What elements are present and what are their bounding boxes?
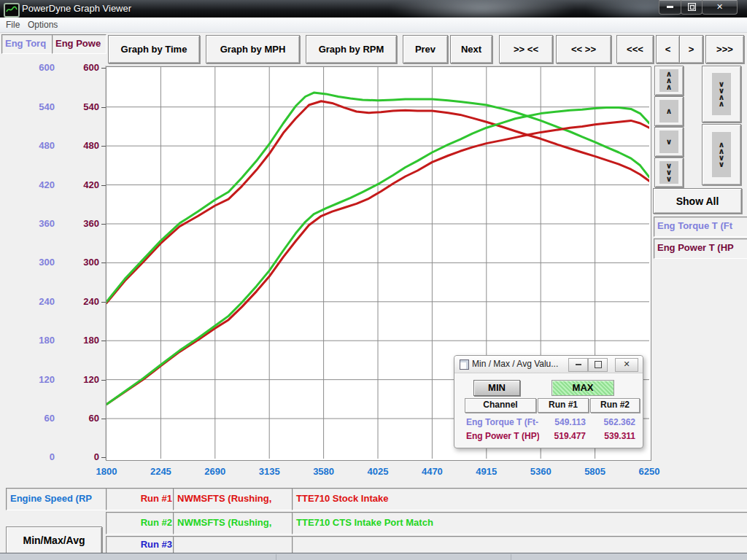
scroll-down-button[interactable]: ∨: [654, 127, 684, 157]
show-all-button[interactable]: Show All: [653, 188, 742, 214]
power-axis-tick-label: 540: [61, 101, 99, 113]
torque-axis-tick-label: 0: [15, 451, 55, 463]
run2-description-box: TTE710 CTS Intake Port Match: [292, 512, 747, 534]
menu-bar: File Options: [0, 18, 747, 33]
max-button[interactable]: MAX: [551, 380, 614, 396]
axis-tick-mark: [101, 224, 106, 225]
menu-file[interactable]: File: [1, 19, 24, 31]
graph-by-time-button[interactable]: Graph by Time: [108, 35, 200, 63]
run3-description-box: [292, 536, 747, 554]
run2-file-box: NWMSFTS (Rushing,: [173, 512, 297, 534]
menu-options[interactable]: Options: [23, 19, 62, 31]
run1-file-box: NWMSFTS (Rushing,: [173, 488, 297, 510]
minimize-button[interactable]: [659, 0, 681, 15]
minmax-channel-label: Eng Torque T (Ft-: [466, 417, 539, 428]
rpm-axis-tick-label: 1800: [87, 466, 126, 478]
minmax-header-run1[interactable]: Run #1: [538, 398, 589, 413]
power-axis-tick-label: 60: [61, 413, 99, 424]
zoom-out-vertical-button[interactable]: ∧∧∨∨: [702, 124, 741, 185]
minmax-minimize-button[interactable]: [568, 358, 588, 372]
rpm-axis-tick-label: 4915: [467, 466, 506, 478]
window-title: PowerDyne Graph Viewer: [22, 3, 131, 14]
channel-box-eng-power[interactable]: Eng Power T (HP: [654, 238, 747, 259]
power-axis-tick-label: 0: [61, 451, 99, 463]
zoom-out-horizontal-button[interactable]: << >>: [556, 35, 611, 63]
minmax-header-channel[interactable]: Channel: [465, 398, 536, 413]
torque-axis-tick-label: 300: [15, 257, 55, 268]
run3-file-box: [173, 536, 297, 554]
torque-axis-tick-label: 360: [15, 218, 55, 230]
torque-axis-tick-label: 180: [15, 335, 55, 346]
torque-axis-tick-label: 420: [15, 179, 55, 191]
scroll-bottom-button[interactable]: ∨∨∨: [654, 158, 684, 187]
scroll-far-right-button[interactable]: >>>: [705, 35, 744, 63]
zoom-in-vertical-button[interactable]: ∨∨∧∧: [702, 66, 741, 122]
axis-tick-mark: [101, 419, 106, 419]
zoom-in-horizontal-button[interactable]: >> <<: [499, 35, 553, 63]
power-axis-tick-label: 180: [61, 335, 99, 346]
scroll-right-button[interactable]: >: [679, 35, 703, 63]
scroll-far-left-button[interactable]: <<<: [616, 35, 654, 63]
power-axis-tick-label: 600: [61, 62, 99, 74]
min-button[interactable]: MIN: [473, 380, 520, 396]
minmax-power-run1-value: 519.477: [538, 431, 586, 442]
minmax-close-button[interactable]: ✕: [615, 358, 638, 372]
prev-button[interactable]: Prev: [403, 35, 448, 63]
power-axis-tick-label: 120: [61, 374, 99, 386]
next-button[interactable]: Next: [450, 35, 492, 63]
channel-box-eng-torque[interactable]: Eng Torque T (Ft: [654, 217, 747, 237]
torque-axis-tick-label: 480: [15, 140, 55, 152]
axis-tick-mark: [101, 107, 106, 108]
axis-tick-mark: [101, 457, 106, 458]
axis-tick-mark: [101, 380, 106, 381]
minmax-window[interactable]: Min / Max / Avg Valu... ✕ MIN MAX Channe…: [454, 355, 643, 448]
axis-tick-mark: [101, 146, 106, 147]
scroll-left-button[interactable]: <: [656, 35, 680, 63]
power-axis-tick-label: 240: [61, 296, 99, 308]
minmax-channel-label: Eng Power T (HP): [466, 431, 539, 442]
minmax-header-run2[interactable]: Run #2: [590, 398, 640, 413]
rpm-axis-tick-label: 4025: [358, 466, 398, 478]
run1-description-box: TTE710 Stock Intake: [292, 488, 747, 510]
minmax-torque-run1-value: 549.113: [538, 417, 586, 428]
torque-axis-tick-label: 60: [15, 413, 55, 424]
app-logo-icon: [4, 3, 20, 18]
axis-tick-mark: [101, 341, 106, 341]
close-icon: ✕: [623, 359, 630, 368]
axis-tick-mark: [101, 185, 106, 186]
rpm-axis-tick-label: 5805: [576, 466, 615, 478]
run1-label-box: Run #1: [106, 488, 177, 510]
minmax-titlebar[interactable]: Min / Max / Avg Valu... ✕: [454, 356, 643, 373]
minmax-restore-button[interactable]: [588, 358, 608, 372]
power-axis-tick-label: 420: [61, 179, 99, 191]
app-window: PowerDyne Graph Viewer ✕ File Options En…: [0, 0, 747, 560]
scroll-top-button[interactable]: ∧∧∧: [654, 66, 684, 96]
power-axis-tick-label: 360: [61, 218, 99, 230]
close-button[interactable]: ✕: [702, 0, 738, 15]
scroll-up-button[interactable]: ∧: [654, 96, 684, 126]
tab-eng-power[interactable]: Eng Powe: [52, 34, 107, 54]
rpm-axis-tick-label: 2690: [196, 466, 235, 478]
graph-by-mph-button[interactable]: Graph by MPH: [206, 35, 300, 63]
x-axis-channel-box[interactable]: Engine Speed (RP: [6, 488, 109, 510]
torque-axis-tick-label: 540: [15, 101, 55, 113]
graph-by-rpm-button[interactable]: Graph by RPM: [306, 35, 397, 63]
torque-axis-tick-label: 240: [15, 296, 55, 308]
restore-button[interactable]: [681, 0, 703, 15]
minmax-torque-run2-value: 562.362: [589, 417, 635, 428]
document-icon: [460, 359, 469, 370]
rpm-axis-tick-label: 2245: [141, 466, 180, 478]
rpm-axis-tick-label: 6250: [630, 466, 669, 478]
axis-tick-mark: [101, 302, 106, 303]
minmax-power-run2-value: 539.311: [589, 431, 635, 442]
minmax-avg-button[interactable]: Min/Max/Avg: [6, 526, 102, 554]
tab-eng-torque[interactable]: Eng Torq: [1, 34, 54, 54]
torque-axis-tick-label: 600: [15, 62, 55, 74]
torque-axis-tick-label: 120: [15, 374, 55, 386]
power-axis-tick-label: 300: [61, 257, 99, 268]
rpm-axis-tick-label: 3135: [249, 466, 289, 478]
rpm-axis-tick-label: 4470: [412, 466, 452, 478]
run2-label-box: Run #2: [106, 512, 177, 534]
window-bottom-edge: [0, 553, 747, 560]
minmax-window-title: Min / Max / Avg Valu...: [472, 359, 558, 369]
